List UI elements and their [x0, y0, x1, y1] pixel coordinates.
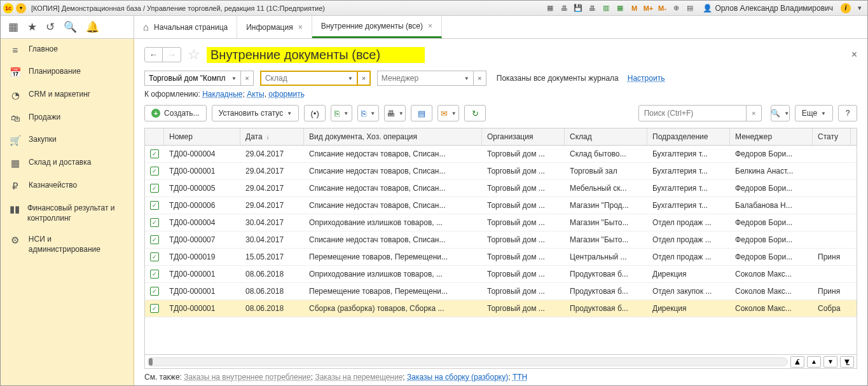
info-icon[interactable]: i — [841, 3, 851, 13]
footer-link[interactable]: Заказы на внутреннее потребление — [184, 373, 310, 382]
star-icon[interactable]: ★ — [27, 20, 37, 34]
zoom-icon[interactable]: ⊕ — [671, 3, 681, 13]
table-body[interactable]: ✓ТД00-00000429.04.2017Списание недостач … — [145, 146, 857, 354]
sidebar-item[interactable]: ▮▮Финансовый результат и контроллинг — [1, 198, 134, 229]
sidebar-item[interactable]: ₽Казначейство — [1, 175, 134, 198]
search-clear-icon[interactable]: × — [747, 105, 762, 121]
table-row[interactable]: ✓ТД00-00000429.04.2017Списание недостач … — [145, 146, 857, 163]
table-cell: Бухгалтерия т... — [647, 146, 730, 162]
paste-button[interactable]: ⎘▼ — [357, 105, 379, 121]
filter-org-clear[interactable]: × — [241, 71, 254, 86]
table-row[interactable]: ✓ТД00-00000108.06.2018Перемещение товаро… — [145, 283, 857, 300]
scroll-up-icon[interactable]: ▲ — [807, 356, 821, 368]
table-header-cell[interactable]: Дата↓ — [240, 128, 304, 145]
more-button[interactable]: Еще▼ — [795, 105, 833, 121]
create-button[interactable]: +Создать... — [144, 105, 207, 121]
table-row[interactable]: ✓ТД00-00000529.04.2017Списание недостач … — [145, 180, 857, 197]
table-row[interactable]: ✓ТД00-00000629.04.2017Списание недостач … — [145, 197, 857, 214]
table-header-cell[interactable]: Номер — [164, 128, 240, 145]
sidebar-item[interactable]: 🛍Продажи — [1, 107, 134, 129]
footer-link[interactable]: Заказы на сборку (разборку) — [407, 373, 508, 382]
apps-icon[interactable]: ▦ — [8, 20, 18, 34]
set-status-button[interactable]: Установить статус▼ — [212, 105, 300, 121]
table-row[interactable]: ✓ТД00-00000108.06.2018Оприходование изли… — [145, 266, 857, 283]
table-header-cell[interactable]: Подразделение — [647, 128, 730, 145]
tab-close-icon[interactable]: × — [298, 23, 303, 32]
footer-link[interactable]: Заказы на перемещение — [315, 373, 403, 382]
user-label[interactable]: 👤Орлов Александр Владимирович — [703, 4, 833, 13]
grid-icon[interactable]: ▦ — [545, 3, 555, 13]
m-minus-button[interactable]: M- — [657, 3, 667, 13]
forward-button[interactable]: → — [163, 48, 181, 62]
tab-internal-docs[interactable]: Внутренние документы (все) × — [312, 16, 442, 38]
tab-close-icon[interactable]: × — [428, 22, 432, 31]
h-scrollbar[interactable] — [148, 357, 788, 366]
bell-icon[interactable]: 🔔 — [86, 20, 99, 34]
save-icon[interactable]: 💾 — [573, 3, 583, 13]
back-button[interactable]: ← — [145, 48, 163, 62]
help-button[interactable]: ? — [838, 105, 857, 121]
scroll-bottom-icon[interactable]: ▼̲ — [840, 356, 854, 368]
table-row[interactable]: ✓ТД00-00000129.04.2017Списание недостач … — [145, 163, 857, 180]
search-input[interactable] — [638, 105, 747, 121]
table-header-cell[interactable]: Вид документа, Хоз. операция — [304, 128, 482, 145]
tab-info[interactable]: Информация × — [237, 16, 312, 38]
refresh-button[interactable]: ↻ — [464, 105, 486, 121]
sidebar-item[interactable]: 🛒Закупки — [1, 129, 134, 152]
search-icon[interactable]: 🔍 — [64, 20, 77, 34]
app-logo-icon[interactable]: 1c — [3, 3, 13, 13]
scroll-top-icon[interactable]: ▲̄ — [790, 356, 804, 368]
copy-button[interactable]: ⎘▼ — [331, 105, 352, 121]
mail-button[interactable]: ✉▼ — [437, 105, 459, 121]
link-akty[interactable]: Акты — [247, 90, 265, 99]
favorite-icon[interactable]: ☆ — [188, 46, 200, 63]
chevron-down-icon[interactable]: ▼ — [464, 76, 469, 81]
calc-icon[interactable]: ▥ — [601, 3, 611, 13]
m-button[interactable]: M — [629, 3, 639, 13]
sidebar-item[interactable]: ⚙НСИ и администрирование — [1, 229, 134, 260]
footer-link[interactable]: ТТН — [513, 373, 527, 382]
sidebar-label: Казначейство — [29, 181, 77, 191]
link-oformit[interactable]: оформить — [268, 90, 305, 99]
row-status-icon: ✓ — [150, 218, 159, 227]
sidebar-item[interactable]: 📅Планирование — [1, 61, 134, 84]
table-header-cell[interactable]: Менеджер — [730, 128, 813, 145]
table-header-cell[interactable]: Стату — [813, 128, 851, 145]
configure-link[interactable]: Настроить — [628, 74, 665, 83]
filter-sklad-clear[interactable]: × — [358, 71, 371, 86]
tab-home[interactable]: ⌂ Начальная страница — [134, 16, 237, 38]
table-row[interactable]: ✓ТД00-00000108.06.2018Сборка (разборка) … — [145, 300, 857, 317]
table-cell: Оприходование излишков товаров, ... — [304, 266, 482, 282]
sidebar-item[interactable]: ◔CRM и маркетинг — [1, 84, 134, 107]
table-header-cell[interactable] — [145, 128, 164, 145]
link-nakladnye[interactable]: Накладные — [202, 90, 242, 99]
table-header-cell[interactable]: Организация — [482, 128, 565, 145]
search-run-button[interactable]: 🔍▼ — [771, 105, 790, 121]
page-close-icon[interactable]: × — [851, 49, 857, 60]
scroll-down-icon[interactable]: ▼ — [823, 356, 837, 368]
report-button[interactable]: ▤ — [411, 105, 432, 121]
broadcast-button[interactable]: (•) — [304, 105, 326, 121]
table-header-cell[interactable]: Склад — [565, 128, 647, 145]
print2-icon[interactable]: 🖶 — [587, 3, 597, 13]
sidebar-item[interactable]: ▦Склад и доставка — [1, 152, 134, 175]
menu-icon[interactable]: ▾ — [855, 3, 865, 13]
sidebar-item[interactable]: ≡Главное — [1, 39, 134, 61]
chevron-down-icon[interactable]: ▼ — [348, 76, 353, 81]
note-icon[interactable]: ▤ — [685, 3, 695, 13]
calendar-icon[interactable]: ▦ — [615, 3, 625, 13]
table-row[interactable]: ✓ТД00-00000730.04.2017Списание недостач … — [145, 231, 857, 249]
filter-sklad-input[interactable]: ▼ — [260, 71, 358, 86]
filter-manager-input[interactable]: ▼ — [377, 71, 474, 86]
m-plus-button[interactable]: M+ — [643, 3, 653, 13]
chevron-down-icon[interactable]: ▼ — [231, 76, 237, 81]
filter-manager-clear[interactable]: × — [474, 71, 486, 86]
history-icon[interactable]: ↺ — [46, 20, 55, 34]
app-dropdown-icon[interactable]: ▾ — [16, 3, 26, 13]
filter-org-input[interactable]: ▼ — [144, 71, 241, 86]
table-row[interactable]: ✓ТД00-00000430.04.2017Оприходование изли… — [145, 214, 857, 231]
print-button[interactable]: 🖶▼ — [384, 105, 406, 121]
print-icon[interactable]: 🖶 — [559, 3, 569, 13]
table-row[interactable]: ✓ТД00-00001915.05.2017Перемещение товаро… — [145, 249, 857, 266]
table-cell: Отдел продаж ... — [647, 249, 730, 265]
